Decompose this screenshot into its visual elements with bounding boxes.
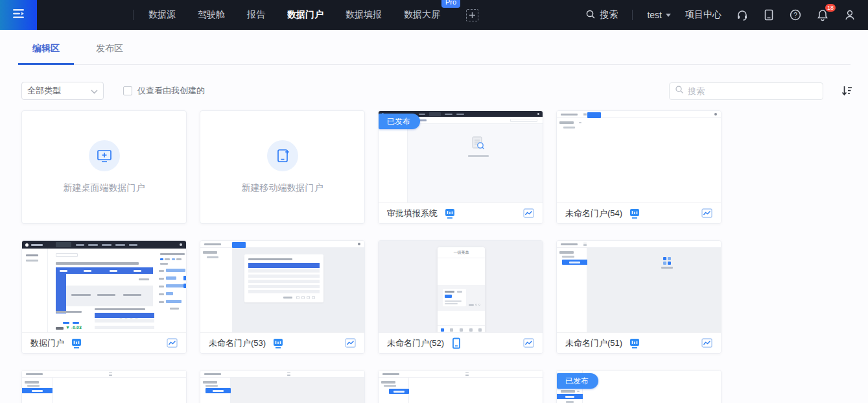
nav-menu: 数据源 驾驶舱 报告 数据门户 数据填报 数据大屏 Pro — [148, 9, 440, 21]
search-icon — [585, 9, 596, 21]
portal-card[interactable]: 已发布 — [556, 370, 721, 403]
portal-card[interactable]: ▼ -0.03 数据门户 — [21, 240, 187, 354]
only-mine-checkbox[interactable] — [123, 86, 132, 95]
chevron-down-icon — [91, 86, 98, 96]
portal-title: 数据门户 — [30, 337, 64, 349]
nav-item-report[interactable]: 报告 — [247, 9, 265, 21]
nav-right: 搜索 test 项目中心 ? — [585, 8, 868, 21]
nav-item-datasource[interactable]: 数据源 — [148, 9, 176, 21]
trend-analytics-icon[interactable] — [523, 208, 534, 218]
notification-count-badge: 18 — [825, 4, 836, 12]
area-tabs: 编辑区 发布区 — [18, 30, 850, 65]
notifications-bell-icon[interactable]: 18 — [816, 8, 829, 21]
create-mobile-portal-label: 新建移动端数据门户 — [242, 182, 323, 194]
desktop-portal-icon — [444, 208, 456, 219]
nav-divider — [133, 10, 134, 20]
create-mobile-portal-card[interactable]: 新建移动端数据门户 — [200, 110, 365, 224]
app-logo[interactable] — [0, 0, 37, 30]
portal-card[interactable]: 未命名门户(53) — [200, 240, 365, 354]
portal-title: 未命名门户(51) — [565, 337, 622, 349]
desktop-portal-icon — [629, 337, 640, 349]
only-mine-checkbox-row[interactable]: 仅查看由我创建的 — [123, 85, 205, 97]
card-search-box[interactable] — [669, 82, 823, 100]
trend-analytics-icon[interactable] — [523, 338, 534, 348]
support-headset-icon[interactable] — [736, 8, 749, 21]
user-dropdown[interactable]: test — [647, 10, 671, 20]
portal-card[interactable] — [378, 370, 543, 403]
card-titlebar: 审批填报系统 — [379, 202, 543, 223]
desktop-portal-icon — [272, 337, 284, 349]
nav-item-cockpit[interactable]: 驾驶舱 — [198, 9, 225, 21]
portal-thumbnail: ▼ -0.03 — [22, 241, 186, 334]
portal-title: 未命名门户(53) — [209, 337, 266, 349]
card-titlebar: 未命名门户(51) — [557, 332, 721, 353]
portal-thumbnail — [22, 371, 186, 403]
card-titlebar: 未命名门户(53) — [200, 332, 364, 353]
create-desktop-portal-label: 新建桌面端数据门户 — [64, 182, 145, 194]
portal-card[interactable]: 已发布 审批填报系统 — [378, 110, 543, 224]
portal-thumbnail — [557, 111, 721, 204]
published-badge: 已发布 — [379, 114, 420, 129]
thumb-metric-delta: ▼ -0.03 — [65, 325, 82, 330]
filter-bar: 全部类型 仅查看由我创建的 — [21, 82, 852, 100]
nav-item-data-filling[interactable]: 数据填报 — [346, 9, 382, 21]
search-icon — [675, 85, 684, 97]
search-input[interactable] — [688, 86, 817, 96]
menu-logo-icon — [11, 6, 27, 24]
trend-analytics-icon[interactable] — [345, 338, 356, 348]
project-center-link[interactable]: 项目中心 — [685, 9, 721, 21]
portal-title: 审批填报系统 — [387, 208, 438, 219]
only-mine-label: 仅查看由我创建的 — [137, 85, 205, 97]
portal-thumbnail — [200, 371, 364, 403]
trend-analytics-icon[interactable] — [701, 208, 712, 218]
portal-card[interactable] — [21, 370, 187, 403]
tablet-plus-icon — [267, 140, 298, 171]
portal-card[interactable]: 未命名门户(51) — [556, 240, 721, 354]
published-badge: 已发布 — [557, 373, 598, 389]
pro-badge: Pro — [441, 0, 460, 8]
add-module-icon[interactable] — [466, 9, 478, 21]
portal-card[interactable]: 未命名门户(54) — [556, 110, 721, 224]
nav-search-button[interactable]: 搜索 — [585, 9, 618, 21]
svg-text:?: ? — [793, 12, 797, 19]
portal-title: 未命名门户(54) — [565, 208, 622, 219]
nav-divider — [632, 10, 633, 20]
portal-card[interactable] — [200, 370, 365, 403]
type-filter-select[interactable]: 全部类型 — [21, 82, 104, 100]
top-nav: 数据源 驾驶舱 报告 数据门户 数据填报 数据大屏 Pro 搜索 test — [0, 0, 868, 30]
desktop-portal-icon — [629, 208, 640, 219]
sort-descending-icon[interactable] — [841, 85, 852, 97]
card-titlebar: 数据门户 — [22, 332, 186, 353]
caret-down-icon — [666, 14, 671, 17]
phone-mockup: 一级菜单 — [438, 247, 485, 334]
monitor-plus-icon — [89, 140, 120, 171]
mobile-portal-icon — [451, 337, 462, 349]
user-avatar-icon[interactable] — [843, 8, 856, 21]
trend-analytics-icon[interactable] — [701, 338, 712, 348]
tab-publish-area[interactable]: 发布区 — [82, 39, 137, 65]
card-titlebar: 未命名门户(52) — [379, 332, 543, 353]
card-titlebar: 未命名门户(54) — [557, 202, 721, 223]
portal-card-grid: 新建桌面端数据门户 新建移动端数据门户 — [21, 110, 747, 403]
phone-header-title: 一级菜单 — [438, 247, 485, 258]
mobile-device-icon[interactable] — [763, 8, 775, 21]
portal-thumbnail — [557, 241, 721, 334]
empty-state-icon — [471, 136, 486, 155]
nav-item-data-portal[interactable]: 数据门户 — [287, 9, 323, 21]
nav-item-big-screen[interactable]: 数据大屏 Pro — [404, 9, 440, 21]
portal-card[interactable]: 一级菜单 — [378, 240, 543, 354]
trend-analytics-icon[interactable] — [167, 338, 178, 348]
tab-edit-area[interactable]: 编辑区 — [18, 39, 74, 65]
create-desktop-portal-card[interactable]: 新建桌面端数据门户 — [21, 110, 187, 224]
desktop-portal-icon — [71, 337, 82, 349]
portal-thumbnail — [200, 241, 364, 334]
portal-title: 未命名门户(52) — [387, 337, 444, 349]
portal-thumbnail: 一级菜单 — [379, 241, 543, 334]
portal-thumbnail — [379, 371, 543, 403]
help-icon[interactable]: ? — [789, 8, 802, 21]
